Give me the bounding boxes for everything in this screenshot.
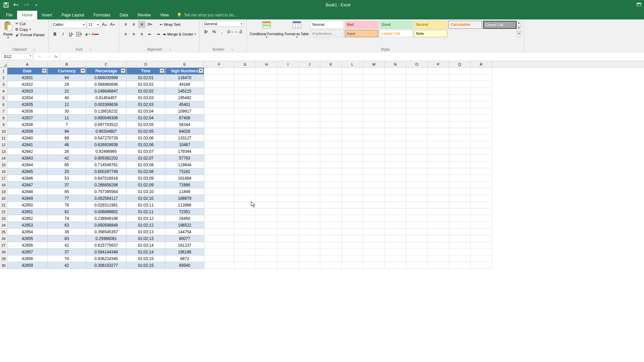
style-input[interactable]: Input (345, 30, 378, 37)
cell[interactable] (406, 155, 428, 162)
cell[interactable] (234, 81, 256, 88)
cell[interactable] (428, 115, 449, 121)
col-header-C[interactable]: C (86, 61, 126, 67)
cell[interactable] (385, 255, 406, 262)
cell[interactable] (320, 208, 342, 215)
cell[interactable] (204, 242, 234, 249)
cell[interactable] (363, 88, 385, 95)
cell[interactable] (428, 95, 449, 101)
cell[interactable]: 01:02;14 (126, 249, 165, 255)
cell[interactable] (299, 141, 320, 148)
col-header-K[interactable]: K (320, 61, 342, 67)
cell[interactable] (449, 255, 471, 262)
cell[interactable] (299, 74, 320, 81)
cell[interactable]: 0.936224345 (86, 255, 126, 262)
cell[interactable]: 82 (48, 208, 86, 215)
tab-view[interactable]: View (156, 11, 174, 19)
cell[interactable] (406, 68, 428, 74)
cell[interactable] (363, 255, 385, 262)
cell[interactable] (471, 175, 492, 182)
cell[interactable] (428, 249, 449, 255)
cell[interactable] (299, 162, 320, 168)
copy-button[interactable]: ⧉Copy ▾ (15, 26, 46, 32)
cell[interactable]: 01:03;05 (126, 121, 165, 128)
cell[interactable] (428, 262, 449, 269)
orientation-icon[interactable]: ⟳▾ (146, 21, 154, 28)
row-header[interactable]: 17 (0, 175, 7, 182)
cell[interactable] (256, 229, 277, 235)
cell[interactable] (320, 135, 342, 141)
cell[interactable] (428, 208, 449, 215)
cell[interactable]: 69540 (165, 262, 204, 269)
increase-font-icon[interactable]: A▲ (101, 21, 108, 28)
cell[interactable] (299, 81, 320, 88)
cell[interactable] (234, 175, 256, 182)
cell[interactable] (342, 175, 363, 182)
cell[interactable]: 85 (48, 188, 86, 195)
cell[interactable] (471, 101, 492, 108)
cell[interactable] (204, 162, 234, 168)
align-middle-icon[interactable]: ≡ (130, 21, 138, 28)
cell[interactable]: 161237 (165, 242, 204, 249)
cell[interactable] (428, 155, 449, 162)
cell[interactable]: 116470 (165, 74, 204, 81)
cell[interactable] (428, 141, 449, 148)
cell[interactable] (234, 195, 256, 202)
cell[interactable] (277, 101, 299, 108)
decrease-font-icon[interactable]: A▼ (109, 21, 116, 28)
cell[interactable] (299, 121, 320, 128)
cell[interactable] (320, 215, 342, 222)
cell[interactable] (363, 74, 385, 81)
cell[interactable]: 42853 (7, 222, 48, 229)
cell[interactable]: 01:03;07 (126, 148, 165, 155)
cell[interactable]: 0.266858298 (86, 182, 126, 188)
tab-home[interactable]: Home (17, 11, 37, 19)
cell[interactable] (385, 155, 406, 162)
cell[interactable] (471, 195, 492, 202)
cell[interactable]: 42856 (7, 242, 48, 249)
cell[interactable] (320, 162, 342, 168)
cell[interactable] (363, 249, 385, 255)
cell[interactable] (204, 148, 234, 155)
cell[interactable]: 0.757395564 (86, 188, 126, 195)
row-header[interactable]: 24 (0, 222, 7, 229)
font-size-combo[interactable]: 11▾ (87, 21, 100, 28)
row-header[interactable]: 27 (0, 242, 7, 249)
cell[interactable] (299, 255, 320, 262)
undo-icon[interactable] (13, 2, 19, 8)
cell[interactable] (406, 215, 428, 222)
cell[interactable]: 0.356545357 (86, 229, 126, 235)
cell[interactable] (406, 115, 428, 121)
cell[interactable] (234, 115, 256, 121)
cell[interactable] (471, 88, 492, 95)
cell[interactable]: 6872 (165, 255, 204, 262)
select-all-corner[interactable] (0, 61, 7, 67)
cell[interactable]: 64026 (165, 128, 204, 135)
cell[interactable]: 12 (48, 101, 86, 108)
cell[interactable]: 11848 (165, 188, 204, 195)
cell[interactable] (256, 81, 277, 88)
cell[interactable] (342, 81, 363, 88)
cell[interactable] (256, 202, 277, 208)
cell[interactable]: 195492 (165, 95, 204, 101)
cell[interactable]: 0.052564117 (86, 195, 126, 202)
cell[interactable] (299, 222, 320, 229)
cell[interactable] (363, 222, 385, 229)
cell[interactable] (406, 81, 428, 88)
col-header-Q[interactable]: Q (449, 61, 471, 67)
cell[interactable] (385, 74, 406, 81)
cell[interactable] (363, 202, 385, 208)
cell[interactable] (449, 188, 471, 195)
cell[interactable] (277, 188, 299, 195)
cell[interactable]: 42837 (7, 115, 48, 121)
cell[interactable] (471, 262, 492, 269)
col-header-I[interactable]: I (277, 61, 299, 67)
cell[interactable]: 01:02;05 (126, 128, 165, 135)
row-header[interactable]: 11 (0, 135, 7, 141)
cell[interactable] (363, 141, 385, 148)
cell[interactable] (256, 121, 277, 128)
cell[interactable]: 01:03;15 (126, 255, 165, 262)
cell[interactable] (234, 68, 256, 74)
cell[interactable]: 30 (48, 108, 86, 115)
cell[interactable] (320, 242, 342, 249)
